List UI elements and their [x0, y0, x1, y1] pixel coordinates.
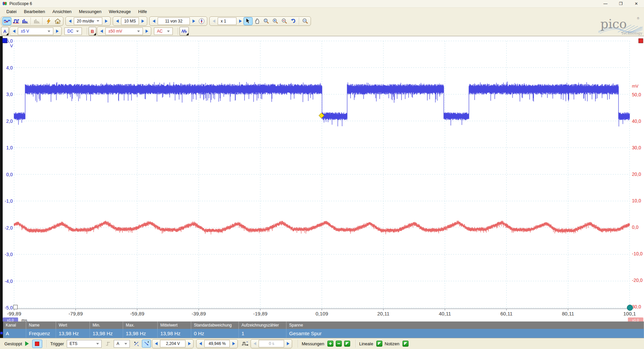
measurement-cell[interactable]: 13,98 Hz	[90, 329, 123, 338]
holdoff-field[interactable]: 0 s	[259, 340, 284, 347]
zoom-decrease-button[interactable]	[211, 17, 217, 25]
channel-b-range-select[interactable]: ±50 mV	[105, 28, 143, 35]
start-capture-icon[interactable]	[25, 341, 29, 346]
channel-b-coupling-select[interactable]: AC	[154, 28, 173, 35]
zoom-factor-field[interactable]: x 1	[218, 17, 236, 25]
pan-hand-tool-button[interactable]	[253, 17, 262, 25]
app-icon	[2, 1, 7, 6]
stop-capture-button[interactable]	[32, 340, 42, 348]
buffer-previous-button[interactable]	[151, 17, 157, 25]
menu-item-datei[interactable]: Datei	[3, 8, 20, 15]
axis-end-marker[interactable]	[627, 305, 633, 311]
minimize-icon[interactable]: —	[598, 0, 613, 7]
add-measurement-button[interactable]	[327, 341, 333, 347]
home-button[interactable]	[53, 17, 62, 25]
oscilloscope-plot[interactable]: -99,89-79,89-59,89-39,89-19,890,10920,11…	[0, 36, 644, 321]
persistence-view-button[interactable]	[11, 17, 20, 25]
channel-a-range-down-button[interactable]	[11, 28, 17, 35]
measurement-cell[interactable]: Gesamte Spur	[286, 329, 644, 338]
rising-edge-trigger-button[interactable]	[132, 340, 141, 348]
column-header[interactable]: Wert	[56, 321, 90, 329]
trigger-level-field[interactable]: 2,204 V	[160, 340, 185, 347]
trigger-mode-select[interactable]: ETS	[67, 340, 102, 348]
measurement-cell[interactable]: 13,98 Hz	[123, 329, 158, 338]
menu-item-ansichten[interactable]: Ansichten	[49, 8, 75, 15]
column-header[interactable]: Mittelwert	[158, 321, 191, 329]
edit-measurement-button[interactable]	[344, 341, 350, 347]
measurement-row[interactable]: AFrequenz13,98 Hz13,98 Hz13,98 Hz13,98 H…	[0, 329, 644, 338]
samples-field[interactable]: 10 MS	[121, 17, 139, 25]
buffer-next-button[interactable]	[191, 17, 197, 25]
timebase-select[interactable]: 20 ms/div	[74, 17, 102, 25]
signal-generator-button[interactable]	[179, 27, 189, 36]
falling-edge-trigger-button[interactable]	[142, 340, 151, 348]
restore-icon[interactable]: ❐	[613, 0, 629, 7]
holdoff-down-button[interactable]	[252, 340, 258, 347]
spectrum-view-button[interactable]	[20, 17, 30, 25]
channel-a-axis-marker[interactable]	[2, 38, 7, 43]
rulers-toggle-button[interactable]	[376, 341, 382, 347]
column-header[interactable]: Max.	[123, 321, 158, 329]
menu-item-hilfe[interactable]: Hilfe	[135, 8, 151, 15]
notes-toggle-button[interactable]	[402, 341, 409, 347]
trigger-level-down-button[interactable]	[153, 340, 159, 347]
timebase-increase-button[interactable]	[103, 17, 109, 25]
scope-view-button[interactable]	[2, 17, 11, 25]
channel-a-range-up-button[interactable]	[54, 28, 60, 35]
svg-text:Technology: Technology	[621, 31, 643, 36]
zoom-out-tool-button[interactable]	[280, 17, 289, 25]
holdoff-up-button[interactable]	[285, 340, 291, 347]
channel-b-options-button[interactable]: B	[89, 27, 96, 36]
pre-trigger-up-button[interactable]	[230, 340, 237, 347]
notes-label: Notizen	[385, 341, 399, 346]
pre-trigger-field[interactable]: 49,946 %	[204, 340, 230, 347]
y-axis-right-tick-label: 30,0	[632, 304, 641, 309]
measurement-cell[interactable]: 13,98 Hz	[56, 329, 90, 338]
measurement-cell[interactable]: Frequenz	[26, 329, 56, 338]
channel-b-range-up-button[interactable]	[144, 28, 150, 35]
column-header[interactable]: Min.	[90, 321, 123, 329]
channel-a-options-button[interactable]: A	[1, 27, 9, 36]
column-header[interactable]: Spanne	[286, 321, 644, 329]
zoom-full-tool-button[interactable]: 100	[301, 17, 310, 25]
column-header[interactable]: Aufzeichnungszähler	[239, 321, 286, 329]
trigger-level-up-button[interactable]	[186, 340, 193, 347]
samples-increase-button[interactable]	[140, 17, 146, 25]
x-axis-tick-label: -79,89	[68, 311, 83, 316]
samples-decrease-button[interactable]	[114, 17, 120, 25]
post-trigger-delay-button[interactable]	[240, 340, 250, 348]
spectrum-disabled-button[interactable]	[32, 17, 41, 25]
advanced-trigger-button[interactable]	[104, 340, 113, 348]
measurement-cell[interactable]: 1	[239, 329, 286, 338]
channel-a-coupling-select[interactable]: DC	[64, 28, 82, 35]
column-header[interactable]: Kanal	[3, 321, 26, 329]
timebase-decrease-button[interactable]	[67, 17, 73, 25]
axis-drag-handle[interactable]	[13, 305, 17, 309]
measurement-cell[interactable]: 13,98 Hz	[158, 329, 191, 338]
column-header[interactable]: Name	[26, 321, 56, 329]
zoom-in-tool-button[interactable]	[271, 17, 280, 25]
buffer-overview-icon[interactable]	[197, 17, 206, 25]
measurement-cell[interactable]: 0 Hz	[191, 329, 239, 338]
trigger-source-select[interactable]: A	[114, 340, 130, 348]
plot-left-edge	[0, 36, 3, 321]
undo-zoom-button[interactable]	[289, 17, 298, 25]
channel-b-axis-marker[interactable]	[639, 39, 643, 43]
channel-a-range-select[interactable]: ±5 V	[18, 28, 53, 35]
channel-b-range-down-button[interactable]	[98, 28, 105, 35]
column-header[interactable]: Standardabweichung	[191, 321, 239, 329]
close-icon[interactable]: ✕	[629, 0, 644, 7]
measurement-cell[interactable]: A	[3, 329, 26, 338]
main-toolbar: 20 ms/div 10 MS 11 von 32 x 1	[0, 15, 644, 27]
delete-measurement-button[interactable]	[336, 341, 342, 347]
buffer-position-field[interactable]: 11 von 32	[158, 17, 190, 25]
menu-item-messungen[interactable]: Messungen	[75, 8, 105, 15]
pre-trigger-down-button[interactable]	[197, 340, 204, 347]
marquee-zoom-tool-button[interactable]	[262, 17, 271, 25]
zoom-increase-button[interactable]	[237, 17, 244, 25]
menu-item-werkzeuge[interactable]: Werkzeuge	[105, 8, 135, 15]
samples-group: 10 MS	[113, 16, 147, 26]
pointer-tool-button[interactable]	[244, 17, 253, 25]
auto-setup-button[interactable]	[44, 17, 53, 25]
menu-item-bearbeiten[interactable]: Bearbeiten	[20, 8, 49, 15]
